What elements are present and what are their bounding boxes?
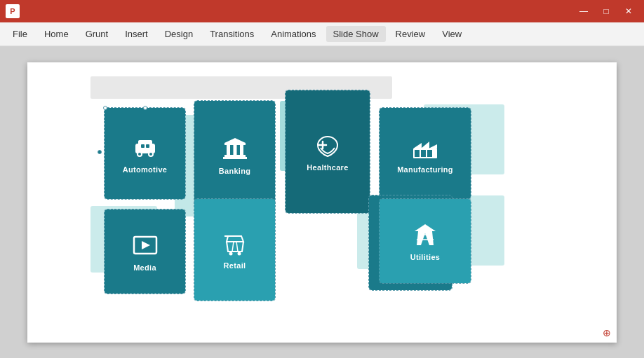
healthcare-label: Healthcare (307, 163, 348, 172)
media-icon (131, 231, 159, 259)
app-icon: P (6, 4, 20, 18)
svg-rect-11 (233, 145, 236, 155)
svg-marker-21 (429, 144, 437, 149)
menu-slideshow[interactable]: Slide Show (326, 26, 386, 42)
maximize-button[interactable]: □ (596, 4, 616, 18)
svg-rect-17 (421, 150, 426, 157)
svg-line-25 (236, 242, 238, 252)
svg-point-5 (149, 153, 152, 156)
menu-bar: File Home Grunt Insert Design Transition… (0, 22, 644, 46)
menu-file[interactable]: File (6, 26, 34, 42)
card-banking[interactable]: Banking (194, 101, 275, 209)
minimize-button[interactable]: — (574, 4, 593, 18)
corner-icon: ⊕ (603, 327, 611, 338)
menu-home[interactable]: Home (37, 26, 76, 42)
svg-marker-9 (224, 138, 246, 143)
slide[interactable]: Automotive Banking (27, 62, 617, 343)
menu-grunt[interactable]: Grunt (79, 26, 116, 42)
manufacturing-label: Manufacturing (397, 165, 453, 174)
handle-2 (143, 106, 147, 110)
card-healthcare[interactable]: Healthcare (286, 90, 370, 213)
menu-design[interactable]: Design (158, 26, 200, 42)
svg-rect-18 (427, 150, 432, 157)
menu-review[interactable]: Review (389, 26, 433, 42)
svg-point-26 (229, 252, 232, 256)
svg-rect-10 (227, 145, 230, 155)
utilities-icon (411, 221, 439, 249)
automotive-label: Automotive (123, 165, 168, 174)
menu-transitions[interactable]: Transitions (203, 26, 261, 42)
svg-marker-20 (421, 142, 429, 149)
title-bar-controls: — □ ✕ (574, 4, 638, 18)
svg-rect-14 (223, 157, 247, 159)
svg-rect-7 (146, 144, 149, 148)
retail-label: Retail (224, 261, 246, 270)
automotive-icon (131, 133, 159, 161)
handle-1 (103, 106, 107, 110)
svg-marker-23 (142, 241, 150, 249)
svg-point-4 (138, 153, 141, 156)
menu-insert[interactable]: Insert (118, 26, 155, 42)
retail-icon (221, 229, 249, 257)
slide-area: Automotive Banking (0, 46, 644, 358)
menu-animations[interactable]: Animations (264, 26, 323, 42)
svg-rect-6 (141, 144, 145, 148)
card-manufacturing[interactable]: Manufacturing (380, 108, 471, 199)
svg-line-24 (232, 242, 234, 252)
close-button[interactable]: ✕ (619, 4, 638, 18)
handle-3 (98, 150, 102, 154)
utilities-label: Utilities (410, 253, 440, 261)
svg-point-27 (237, 252, 241, 256)
card-retail[interactable]: Retail (194, 199, 275, 301)
svg-rect-13 (224, 155, 246, 157)
cards-container: Automotive Banking (90, 108, 554, 325)
menu-view[interactable]: View (435, 26, 469, 42)
title-bar: P — □ ✕ (0, 0, 644, 22)
title-bar-left: P (6, 4, 20, 18)
manufacturing-icon (411, 133, 439, 161)
svg-marker-19 (413, 143, 422, 149)
media-label: Media (133, 263, 156, 272)
banking-icon (221, 135, 249, 163)
banking-label: Banking (219, 167, 251, 175)
card-automotive[interactable]: Automotive (105, 108, 185, 199)
svg-rect-1 (138, 140, 152, 146)
svg-rect-8 (224, 143, 246, 145)
healthcare-icon (314, 131, 342, 159)
card-utilities[interactable]: Utilities (380, 199, 471, 283)
svg-rect-12 (240, 145, 243, 155)
card-media[interactable]: Media (105, 209, 185, 294)
svg-rect-16 (415, 150, 420, 157)
